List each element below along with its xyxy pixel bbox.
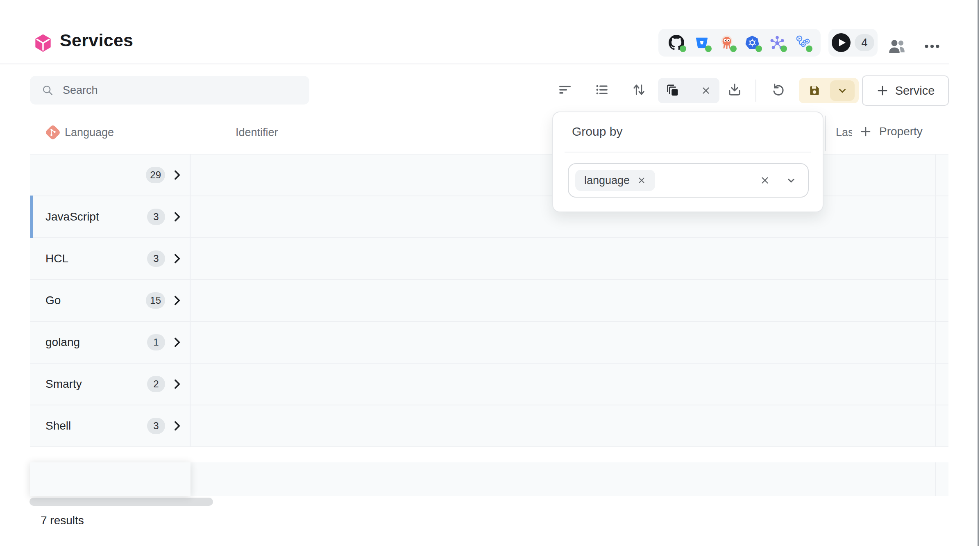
group-label: Shell bbox=[45, 419, 71, 432]
save-view-button-group[interactable] bbox=[799, 78, 859, 103]
status-dot bbox=[780, 46, 787, 52]
save-options-dropdown[interactable] bbox=[830, 80, 855, 101]
chevron-right-icon[interactable] bbox=[169, 334, 185, 350]
partial-group-cell bbox=[30, 462, 191, 496]
chip-remove-icon[interactable] bbox=[637, 176, 646, 185]
group-count-badge: 29 bbox=[146, 167, 165, 183]
group-cell[interactable]: Go 15 bbox=[30, 280, 191, 321]
table-row[interactable]: Shell 3 bbox=[30, 405, 948, 447]
chevron-right-icon[interactable] bbox=[169, 376, 185, 392]
workflow-integration-icon[interactable] bbox=[794, 34, 811, 51]
table-row[interactable]: Smarty 2 bbox=[30, 364, 948, 405]
chevron-right-icon[interactable] bbox=[169, 293, 185, 308]
status-dot bbox=[755, 46, 762, 52]
plus-icon bbox=[876, 84, 889, 97]
group-stack-icon bbox=[666, 84, 680, 98]
partial-row bbox=[30, 462, 948, 496]
window-edge bbox=[978, 0, 979, 546]
group-cell[interactable]: Smarty 2 bbox=[30, 364, 191, 405]
git-icon bbox=[44, 124, 61, 141]
add-service-button[interactable]: Service bbox=[862, 75, 949, 106]
horizontal-scrollbar[interactable] bbox=[29, 498, 213, 506]
search-input[interactable] bbox=[62, 84, 293, 97]
status-dot bbox=[730, 46, 737, 52]
plus-icon bbox=[860, 125, 872, 138]
add-service-label: Service bbox=[895, 84, 935, 98]
row-spacer-cell bbox=[191, 364, 948, 405]
partial-spacer-cell bbox=[191, 462, 948, 496]
clear-group-icon[interactable] bbox=[701, 85, 711, 96]
group-count-badge: 3 bbox=[147, 250, 165, 267]
group-cell[interactable]: HCL 3 bbox=[30, 238, 191, 279]
group-cell[interactable]: 29 bbox=[30, 155, 191, 196]
group-by-select[interactable]: language bbox=[568, 163, 809, 198]
add-property-label: Property bbox=[879, 125, 923, 138]
row-spacer-cell bbox=[191, 322, 948, 363]
group-count-badge: 1 bbox=[147, 334, 165, 350]
group-label: HCL bbox=[45, 252, 68, 265]
chevron-right-icon[interactable] bbox=[169, 167, 185, 183]
group-label: golang bbox=[45, 336, 80, 349]
select-dropdown-button[interactable] bbox=[786, 175, 796, 186]
more-menu-button[interactable] bbox=[920, 34, 944, 58]
group-cell[interactable]: Shell 3 bbox=[30, 405, 191, 446]
bitbucket-integration-icon[interactable] bbox=[694, 34, 710, 51]
play-icon[interactable] bbox=[832, 33, 851, 52]
chevron-right-icon[interactable] bbox=[169, 209, 185, 225]
toolbar-divider bbox=[755, 80, 756, 102]
page-title: Services bbox=[60, 30, 133, 50]
users-button[interactable] bbox=[885, 34, 909, 58]
column-header-truncated[interactable]: Las bbox=[836, 126, 852, 139]
group-count-badge: 2 bbox=[147, 376, 165, 392]
close-icon bbox=[760, 175, 770, 186]
status-dot bbox=[705, 46, 712, 52]
status-dot bbox=[680, 46, 686, 52]
table-row[interactable]: golang 1 bbox=[30, 322, 948, 364]
download-button[interactable] bbox=[725, 80, 744, 99]
chevron-right-icon[interactable] bbox=[169, 251, 185, 266]
table-row[interactable]: Go 15 bbox=[30, 280, 948, 322]
column-header-language[interactable]: Language bbox=[65, 126, 114, 139]
chevron-right-icon[interactable] bbox=[169, 418, 185, 434]
list-view-button[interactable] bbox=[592, 80, 611, 99]
select-clear-button[interactable] bbox=[760, 175, 770, 186]
group-count-badge: 3 bbox=[147, 418, 165, 434]
table-row[interactable]: HCL 3 bbox=[30, 238, 948, 280]
status-dot bbox=[806, 46, 812, 52]
group-count-badge: 3 bbox=[147, 209, 165, 225]
group-count-badge: 15 bbox=[146, 292, 165, 309]
search-bar[interactable] bbox=[30, 76, 309, 105]
group-label: Go bbox=[45, 294, 61, 307]
group-label: JavaScript bbox=[45, 210, 99, 223]
save-icon bbox=[808, 84, 821, 97]
popover-title: Group by bbox=[572, 125, 622, 139]
runs-indicator[interactable]: 4 bbox=[828, 29, 878, 57]
add-property-button[interactable]: Property bbox=[860, 121, 923, 142]
app-logo-icon bbox=[34, 34, 52, 52]
column-header-identifier[interactable]: Identifier bbox=[236, 126, 278, 139]
argocd-integration-icon[interactable] bbox=[719, 34, 735, 51]
sort-button[interactable] bbox=[629, 80, 648, 99]
integrations-strip bbox=[658, 29, 821, 57]
header-divider bbox=[0, 64, 949, 64]
kubernetes-integration-icon[interactable] bbox=[744, 34, 760, 51]
results-count: 7 results bbox=[41, 514, 84, 527]
group-label: Smarty bbox=[45, 378, 82, 391]
cluster-integration-icon[interactable] bbox=[769, 34, 785, 51]
row-spacer-cell bbox=[191, 238, 948, 279]
popover-divider bbox=[565, 152, 811, 152]
group-by-popover: Group by language bbox=[552, 111, 823, 212]
group-by-button[interactable] bbox=[658, 78, 719, 103]
row-spacer-cell bbox=[191, 280, 948, 321]
group-cell[interactable]: JavaScript 3 bbox=[30, 196, 191, 237]
github-integration-icon[interactable] bbox=[668, 34, 685, 51]
filter-button[interactable] bbox=[556, 80, 574, 99]
chip-label: language bbox=[584, 174, 630, 187]
column-divider bbox=[825, 116, 826, 151]
group-cell[interactable]: golang 1 bbox=[30, 322, 191, 363]
reset-button[interactable] bbox=[769, 80, 787, 99]
chevron-down-icon bbox=[786, 175, 796, 186]
runs-count-badge: 4 bbox=[855, 34, 874, 51]
save-button[interactable] bbox=[799, 78, 830, 103]
group-by-chip[interactable]: language bbox=[575, 170, 655, 191]
